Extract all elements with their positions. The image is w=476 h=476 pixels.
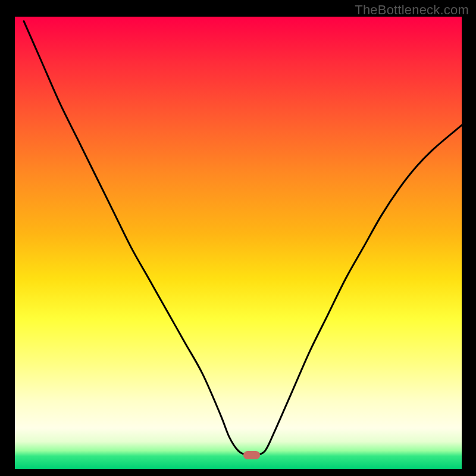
watermark-text: TheBottleneck.com [355, 2, 469, 18]
plot-area [15, 17, 462, 469]
curve-layer [15, 17, 462, 469]
optimal-marker [243, 451, 260, 459]
chart-container: TheBottleneck.com [0, 0, 476, 476]
bottleneck-curve [24, 21, 462, 456]
